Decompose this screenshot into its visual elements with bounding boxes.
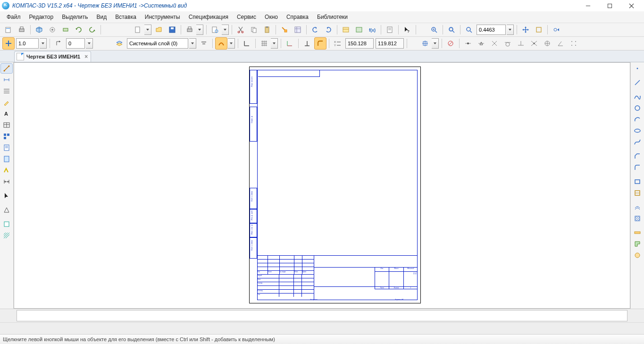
tool-script-icon[interactable] [0,219,13,229]
fx-icon[interactable]: f(x) [366,24,378,36]
step-icon[interactable] [52,37,65,50]
snap-perpendicular-icon[interactable] [301,37,313,50]
minimize-button[interactable] [577,0,599,11]
menu-select[interactable]: Выделить [58,12,92,22]
zoom-value-dropdown[interactable] [507,25,514,35]
rtool-arc-icon[interactable] [631,114,644,125]
snap-global-icon[interactable] [419,37,431,50]
scale-input[interactable] [16,38,39,49]
save-icon[interactable] [166,24,178,36]
maximize-button[interactable] [599,0,620,11]
line-style-dropdown[interactable] [228,38,235,49]
paste-icon[interactable] [261,24,273,36]
part-icon[interactable] [59,24,72,36]
close-button[interactable] [620,0,642,11]
coord-mode-icon[interactable]: XY [332,37,344,50]
tool-reports-icon[interactable] [0,154,13,164]
snap-angle-icon[interactable] [554,37,567,50]
tool-edit-icon[interactable] [0,97,13,108]
rtool-collect-icon[interactable] [631,188,644,198]
refresh-view-icon[interactable] [86,24,98,36]
menu-window[interactable]: Окно [261,12,282,22]
rtool-point-icon[interactable] [631,63,644,74]
rtool-utils1-icon[interactable] [631,227,644,238]
library-manager-icon[interactable] [340,24,352,36]
zoom-fit-icon[interactable] [445,24,458,36]
rtool-equid-icon[interactable] [631,202,644,212]
preview-dropdown[interactable] [222,25,229,35]
round-toggle-icon[interactable] [314,37,326,50]
step-input[interactable] [66,38,85,49]
layer-name-input[interactable] [127,38,188,49]
snap-tangent-icon[interactable] [502,37,514,50]
rtool-bezier-icon[interactable] [631,137,644,147]
redraw-icon[interactable] [533,24,545,36]
cut-icon[interactable] [234,24,247,36]
cube-3d-icon[interactable] [33,24,45,36]
tool-hatch-icon[interactable] [0,230,13,241]
menu-file[interactable]: Файл [3,12,25,22]
new-doc-dropdown[interactable] [144,25,151,35]
tool-table-icon[interactable] [0,120,13,130]
tool-dimensions-icon[interactable] [0,75,13,85]
layer-dropdown[interactable] [189,38,196,49]
local-cs-icon[interactable] [284,37,296,50]
menu-help[interactable]: Справка [283,12,312,22]
help-cursor-icon[interactable]: ? [401,24,413,36]
rtool-utils3-icon[interactable] [631,250,644,260]
step-dropdown[interactable] [86,38,93,49]
menu-spec[interactable]: Спецификация [185,12,232,22]
undo-icon[interactable] [309,24,321,36]
menu-service[interactable]: Сервис [233,12,260,22]
snap-point-icon[interactable] [462,37,474,50]
menu-libraries[interactable]: Библиотеки [313,12,351,22]
drawing-canvas[interactable]: Перв. примен. Справ. № Подп. и дата Инв.… [14,62,630,309]
print-quick-icon[interactable] [16,24,28,36]
print-icon[interactable] [184,24,196,36]
snap-grid-point-icon[interactable] [568,37,580,50]
preview-icon[interactable] [209,24,221,36]
rtool-fillet-icon[interactable] [631,162,644,173]
report-icon[interactable] [384,24,396,36]
layers-icon[interactable] [113,37,125,50]
menu-editor[interactable]: Редактор [25,12,58,22]
snap-dropdown[interactable] [432,38,439,49]
rtool-spline-icon[interactable] [631,92,644,102]
snap-center-icon[interactable] [541,37,553,50]
current-state-icon[interactable] [2,37,15,50]
open-folder-icon[interactable] [153,24,165,36]
tool-text-icon[interactable]: A [0,109,13,119]
layer-filter-icon[interactable] [198,37,210,50]
database-icon[interactable] [353,24,365,36]
tool-designations-icon[interactable] [0,86,13,96]
rotate-view-icon[interactable] [73,24,85,36]
variables-icon[interactable] [292,24,304,36]
menu-tools[interactable]: Инструменты [141,12,184,22]
copy-icon[interactable] [248,24,260,36]
menu-insert[interactable]: Вставка [111,12,140,22]
snap-normal-icon[interactable] [515,37,527,50]
tool-geometry-icon[interactable] [0,63,13,74]
scale-dropdown[interactable] [40,38,47,49]
tab-close-icon[interactable]: × [84,53,88,60]
zoom-next-icon[interactable] [550,24,562,36]
grid-icon[interactable] [258,37,270,50]
rtool-rectangle-icon[interactable] [631,176,644,187]
menu-view[interactable]: Вид [93,12,111,22]
redo-icon[interactable] [322,24,335,36]
rtool-ellipse-icon[interactable] [631,126,644,136]
document-tab-active[interactable]: Чертеж БЕЗ ИМЕНИ1 × [14,51,91,62]
properties-icon[interactable] [278,24,291,36]
line-style-icon[interactable] [215,37,227,50]
snap-intersection-icon[interactable] [488,37,501,50]
snap-nearest-icon[interactable] [528,37,540,50]
tool-measure-icon[interactable] [0,176,13,187]
snap-disable-icon[interactable] [444,37,457,50]
pan-view-icon[interactable] [519,24,532,36]
assembly-icon[interactable] [46,24,59,36]
tool-parametrize-icon[interactable] [0,165,13,176]
open-drawing-icon[interactable] [2,24,15,36]
zoom-scale-icon[interactable] [463,24,475,36]
grid-dropdown[interactable] [271,38,278,49]
tool-select-icon[interactable] [0,191,13,201]
